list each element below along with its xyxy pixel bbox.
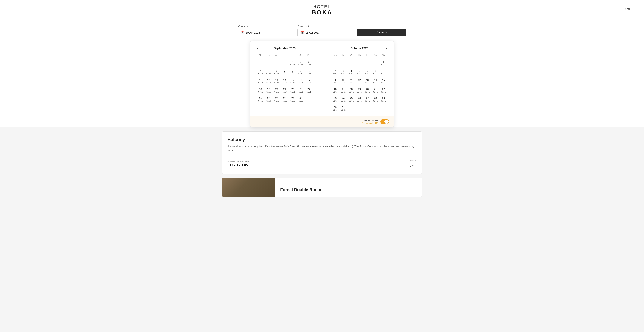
calendar-day[interactable]: 1€141	[380, 59, 388, 67]
calendar-icon-checkout: 📅	[300, 31, 304, 34]
empty-cell	[272, 59, 281, 67]
calendar-day[interactable]: 27€141	[363, 95, 372, 104]
calendar-day[interactable]: 23€141	[331, 95, 339, 104]
calendar-day[interactable]: 12€157	[264, 77, 273, 86]
calendar-day[interactable]: 17€154	[305, 77, 313, 86]
day-header: Fr	[363, 53, 372, 58]
calendar-footer: Show prices ( All Price in EUR )	[250, 116, 394, 127]
calendar-day[interactable]: 27€150	[272, 95, 281, 104]
calendar-day[interactable]: 18€141	[347, 86, 356, 95]
day-price: €141	[365, 82, 370, 84]
calendar-day[interactable]: 21€141	[372, 86, 380, 95]
calendar-day[interactable]: 30€141	[331, 104, 339, 113]
calendar-day[interactable]: 7	[281, 68, 289, 77]
calendar-day[interactable]: 11€141	[347, 77, 356, 86]
calendar-day[interactable]: 19€156	[264, 86, 273, 95]
calendar-day[interactable]: 20€155	[272, 86, 281, 95]
calendar-day[interactable]: 4€141	[347, 68, 356, 77]
calendar-day[interactable]: 19€141	[355, 86, 363, 95]
calendar-day[interactable]: 11€157	[256, 77, 264, 86]
rooms-select[interactable]: 0 1 2	[408, 163, 416, 168]
calendar-day[interactable]: 7€141	[372, 68, 380, 77]
day-price: €141	[381, 91, 386, 93]
calendar-day[interactable]: 15€183	[289, 77, 297, 86]
calendar-day[interactable]: 20€141	[363, 86, 372, 95]
calendar-day[interactable]: 1€175	[289, 59, 297, 67]
calendar-day[interactable]: 4€175	[256, 68, 264, 77]
room-card-forest: Forest Double Room	[222, 178, 422, 197]
day-header: Sa	[297, 53, 305, 58]
search-button[interactable]: Search	[357, 29, 406, 37]
show-prices-toggle[interactable]	[380, 119, 389, 124]
calendar-day[interactable]: 17€141	[339, 86, 347, 95]
calendar-day[interactable]: 9€141	[331, 77, 339, 86]
calendar-day[interactable]: 5€141	[355, 68, 363, 77]
calendar-day[interactable]: 8	[289, 68, 297, 77]
day-number: 1	[292, 61, 293, 63]
calendar-day[interactable]: 3€175	[305, 59, 313, 67]
calendar-day[interactable]: 10€175	[305, 68, 313, 77]
calendar-day[interactable]: 12€141	[355, 77, 363, 86]
prev-month-button[interactable]: ‹	[256, 46, 259, 50]
day-price: €141	[341, 109, 346, 111]
calendar-day[interactable]: 16€141	[331, 86, 339, 95]
site-header: HOTEL BOKA EN ⌄	[0, 0, 644, 19]
calendar-day[interactable]: 6€185	[272, 68, 281, 77]
day-number: 7	[284, 71, 286, 74]
calendar-day[interactable]: 13€181	[272, 77, 281, 86]
empty-cell	[339, 59, 347, 67]
calendar-day[interactable]: 13€141	[363, 77, 372, 86]
calendar-day[interactable]: 3€141	[339, 68, 347, 77]
calendar-day[interactable]: 8€141	[380, 68, 388, 77]
calendar-day[interactable]: 18€160	[256, 86, 264, 95]
day-number: 27	[275, 97, 278, 100]
calendar-day[interactable]: 15€141	[380, 77, 388, 86]
empty-cell	[347, 59, 356, 67]
calendar-day[interactable]: 25€150	[256, 95, 264, 104]
day-number: 25	[350, 97, 352, 100]
day-price: €141	[373, 91, 378, 93]
lang-label: EN	[626, 8, 630, 11]
day-header: We	[347, 53, 356, 58]
calendar-day[interactable]: 2€141	[331, 68, 339, 77]
next-month-button[interactable]: ›	[385, 46, 388, 50]
calendar-day[interactable]: 10€141	[339, 77, 347, 86]
checkout-input[interactable]: 📅 11 Apr 2023	[298, 29, 354, 37]
calendar-day[interactable]: 31€141	[339, 104, 347, 113]
day-header: Th	[281, 53, 289, 58]
calendar-day[interactable]: 9€189	[297, 68, 305, 77]
calendar-day[interactable]: 14€157	[281, 77, 289, 86]
calendar-day[interactable]: 6€141	[363, 68, 372, 77]
calendar-day[interactable]: 2€175	[297, 59, 305, 67]
room-title-forest: Forest Double Room	[275, 183, 326, 197]
calendar-day[interactable]: 16€164	[297, 77, 305, 86]
calendar-day[interactable]: 24€141	[339, 95, 347, 104]
calendar-day[interactable]: 29€141	[380, 95, 388, 104]
search-bar: Check in 📅 10 Apr 2023 Check out 📅 11 Ap…	[0, 19, 644, 41]
language-selector[interactable]: EN ⌄	[623, 8, 633, 11]
calendar-day[interactable]: 26€141	[355, 95, 363, 104]
day-number: 13	[275, 79, 278, 81]
calendar-day[interactable]: 26€150	[264, 95, 273, 104]
calendar-day[interactable]: 28€141	[372, 95, 380, 104]
calendar-day[interactable]: 14€141	[372, 77, 380, 86]
calendar-day[interactable]: 29€150	[289, 95, 297, 104]
day-price: €141	[349, 91, 354, 93]
september-header: ‹ September 2023	[256, 47, 313, 50]
calendar-day[interactable]: 25€141	[347, 95, 356, 104]
calendar-day[interactable]: 21€154	[281, 86, 289, 95]
empty-cell	[363, 59, 372, 67]
day-price: €181	[274, 82, 279, 84]
checkin-input[interactable]: 📅 10 Apr 2023	[238, 29, 294, 37]
calendar-day[interactable]: 24€161	[305, 86, 313, 95]
day-price: €175	[290, 64, 295, 66]
calendar-day[interactable]: 23€161	[297, 86, 305, 95]
calendar-day[interactable]: 5€195	[264, 68, 273, 77]
calendar-day[interactable]: 22€141	[380, 86, 388, 95]
calendar-day[interactable]: 30€150	[297, 95, 305, 104]
day-number: 19	[358, 88, 361, 91]
calendar-day[interactable]: 28€150	[281, 95, 289, 104]
day-price: €161	[306, 91, 311, 93]
calendar-day[interactable]: 22€161	[289, 86, 297, 95]
checkout-field-group: Check out 📅 11 Apr 2023	[298, 25, 354, 37]
